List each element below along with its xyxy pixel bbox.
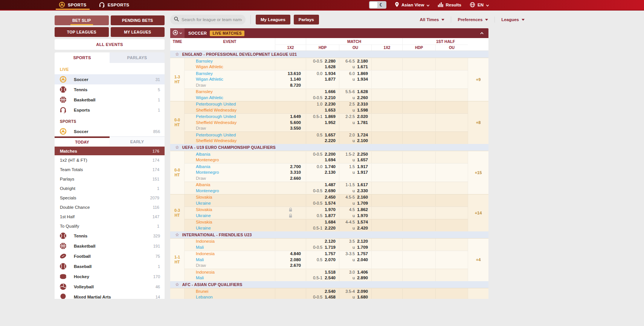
event-cell[interactable]: SlovakiaUkraine — [185, 194, 275, 206]
all-events-button[interactable]: ALL EVENTS — [55, 39, 165, 50]
event-cell[interactable]: SlovakiaUkraine — [185, 219, 275, 231]
odds-cell-ou[interactable]: 2.01.724u2.100 — [339, 132, 371, 144]
filter-item-matches[interactable]: Matches176 — [55, 147, 165, 155]
filter-item-outright[interactable]: Outright1 — [55, 184, 165, 193]
more-markets-button[interactable]: +14 — [468, 194, 488, 231]
odds-cell-1x2[interactable] — [275, 194, 306, 206]
sidebar-item-soccer[interactable]: Soccer31 — [55, 74, 165, 84]
odds-value[interactable]: 2.450 — [306, 194, 339, 200]
event-cell[interactable]: IndonesiaMali — [185, 239, 275, 250]
odds-cell-1h-ou[interactable] — [435, 219, 468, 231]
sidebar-item-esports[interactable]: Esports1 — [55, 105, 165, 115]
odds-cell-1x2[interactable] — [275, 89, 306, 101]
odds-value[interactable]: 0.52.070 — [306, 257, 339, 263]
odds-value[interactable]: 0-0.51.719 — [306, 245, 339, 251]
odds-cell-1x2[interactable]: 4.8402.0802.670 — [275, 251, 306, 269]
tab-sports[interactable]: SPORTS — [53, 0, 93, 10]
odds-value[interactable]: 1.970 — [306, 207, 339, 213]
preferences-dropdown[interactable]: Preferences — [451, 17, 494, 22]
results-link[interactable]: Results — [438, 2, 461, 8]
odds-value[interactable]: u1.781 — [339, 120, 371, 126]
theme-toggle[interactable]: ☾ — [369, 1, 386, 9]
league-header[interactable]: ☆ENGLAND - PROFESSIONAL DEVELOPMENT LEAG… — [170, 51, 488, 58]
odds-value[interactable]: 1-1.51.617 — [339, 182, 371, 188]
odds-cell-ou[interactable]: 3.5-42.090u1.680 — [339, 289, 371, 299]
odds-cell-1h-hdp[interactable] — [402, 207, 435, 219]
event-cell[interactable]: Peterborough UnitedSheffield Wednesday — [185, 101, 275, 113]
odds-cell-1h-ou[interactable] — [435, 194, 468, 206]
odds-cell-hdp[interactable]: 0.5-11.8691.952 — [306, 114, 339, 132]
odds-cell-1h-1x2[interactable] — [371, 239, 402, 250]
filter-item-specials[interactable]: Specials2079 — [55, 193, 165, 202]
odds-value[interactable]: u2.100 — [339, 138, 371, 144]
odds-value[interactable]: 4-4.51.574 — [339, 219, 371, 225]
filter-item-double-chance[interactable]: Double Chance116 — [55, 202, 165, 212]
odds-cell-ou[interactable]: 4.51.862u1.970 — [339, 207, 371, 219]
odds-cell-ou[interactable]: 6.01.869u1.934 — [339, 71, 371, 89]
odds-cell-ou[interactable]: 4-4.51.574u2.420 — [339, 219, 371, 231]
odds-value[interactable]: 1.649 — [275, 114, 306, 120]
odds-cell-1x2[interactable] — [275, 239, 306, 250]
odds-value[interactable]: 0.01.934 — [306, 71, 339, 77]
odds-value[interactable]: u1.970 — [339, 213, 371, 219]
sidebar-tab-sports[interactable]: SPORTS — [55, 52, 110, 63]
odds-value[interactable]: 0.01.740 — [306, 164, 339, 170]
star-icon[interactable]: ☆ — [175, 144, 179, 151]
odds-cell-hdp[interactable]: 0.51.6572.220 — [306, 132, 339, 144]
odds-value[interactable]: 1.487 — [306, 182, 339, 188]
odds-cell-1h-hdp[interactable] — [402, 164, 435, 182]
odds-cell-1h-ou[interactable] — [435, 239, 468, 250]
sidebar-item-basketball[interactable]: Basketball191 — [55, 241, 165, 251]
more-markets-button[interactable]: +8 — [468, 101, 488, 144]
odds-value[interactable]: 2.130 — [306, 170, 339, 176]
odds-cell-1x2[interactable]: 1.6495.6003.550 — [275, 114, 306, 132]
odds-cell-hdp[interactable]: 1.6660-0.52.210 — [306, 89, 339, 101]
tab-today[interactable]: TODAY — [55, 136, 110, 146]
odds-value[interactable]: 2.540 — [306, 289, 339, 295]
odds-value[interactable]: u2.330 — [339, 188, 371, 194]
odds-cell-ou[interactable]: 4.5-52.160u1.709 — [339, 194, 371, 206]
odds-cell-hdp[interactable]: 2.4500-0.51.574 — [306, 194, 339, 206]
odds-value[interactable]: 4.840 — [275, 251, 306, 257]
search-input[interactable] — [182, 17, 242, 22]
event-cell[interactable]: IndonesiaMali — [185, 269, 275, 281]
odds-value[interactable]: 13.610 — [275, 71, 306, 77]
odds-cell-hdp[interactable]: 1.7570.52.070 — [306, 251, 339, 269]
odds-cell-1x2[interactable] — [275, 152, 306, 163]
odds-value[interactable]: 2.670 — [275, 263, 306, 269]
filter-item-parlays[interactable]: Parlays151 — [55, 174, 165, 184]
odds-cell-1x2[interactable]: 13.6101.1408.720 — [275, 71, 306, 89]
odds-cell-1x2[interactable] — [275, 132, 306, 144]
odds-cell-1x2[interactable] — [275, 101, 306, 113]
parlays-toolbar-button[interactable]: Parlays — [294, 15, 319, 24]
odds-cell-1h-1x2[interactable] — [371, 101, 402, 113]
odds-cell-ou[interactable]: 2.52.310u1.598 — [339, 101, 371, 113]
odds-cell-hdp[interactable]: 2.1200-0.51.719 — [306, 239, 339, 250]
odds-value[interactable]: 1.518 — [306, 269, 339, 275]
odds-cell-1h-1x2[interactable] — [371, 251, 402, 269]
star-icon[interactable]: ☆ — [175, 281, 179, 288]
odds-cell-ou[interactable]: 6-6.52.180u1.671 — [339, 58, 371, 70]
event-cell[interactable]: BarnsleyWigan Athletic — [185, 89, 275, 101]
odds-value[interactable]: 0.51.657 — [306, 132, 339, 138]
bet-slip-button[interactable]: BET SLIP — [55, 15, 109, 25]
league-header[interactable]: ☆AFC - ASIAN CUP QUALIFIERS — [170, 281, 488, 288]
odds-value[interactable]: 1.666 — [306, 89, 339, 95]
odds-cell-1h-ou[interactable] — [435, 101, 468, 113]
odds-value[interactable]: 5.5-61.628 — [339, 89, 371, 95]
odds-cell-1h-ou[interactable] — [435, 114, 468, 132]
odds-value[interactable]: 2.120 — [306, 239, 339, 245]
odds-cell-1h-ou[interactable] — [435, 207, 468, 219]
odds-cell-ou[interactable]: 5.5-61.628u2.260 — [339, 89, 371, 101]
tab-early[interactable]: EARLY — [110, 136, 165, 146]
odds-cell-1h-ou[interactable] — [435, 89, 468, 101]
odds-cell-1h-hdp[interactable] — [402, 269, 435, 281]
event-cell[interactable]: BruneiLebanon — [185, 289, 275, 299]
odds-value[interactable]: 5.600 — [275, 120, 306, 126]
my-leagues-button[interactable]: MY LEAGUES — [111, 27, 165, 37]
odds-value[interactable]: 2.660 — [275, 176, 306, 182]
odds-cell-ou[interactable]: 3.52.120u1.709 — [339, 239, 371, 250]
odds-cell-1h-hdp[interactable] — [402, 219, 435, 231]
odds-cell-hdp[interactable]: 0.01.7402.130 — [306, 164, 339, 182]
league-header[interactable]: ☆INTERNATIONAL - FRIENDLIES U23 — [170, 231, 488, 238]
